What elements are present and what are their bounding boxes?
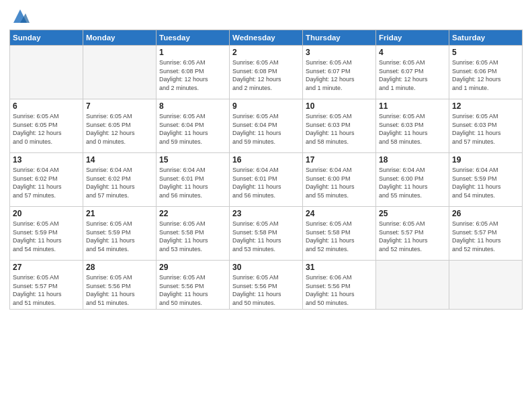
- calendar-cell: 26Sunrise: 6:05 AM Sunset: 5:57 PM Dayli…: [449, 207, 523, 261]
- day-info: Sunrise: 6:06 AM Sunset: 5:56 PM Dayligh…: [306, 273, 373, 307]
- calendar-cell: 23Sunrise: 6:05 AM Sunset: 5:58 PM Dayli…: [230, 207, 303, 261]
- day-info: Sunrise: 6:05 AM Sunset: 6:07 PM Dayligh…: [306, 58, 373, 92]
- day-number: 17: [306, 155, 373, 165]
- calendar-cell: 16Sunrise: 6:04 AM Sunset: 6:01 PM Dayli…: [230, 153, 303, 207]
- day-info: Sunrise: 6:05 AM Sunset: 6:04 PM Dayligh…: [232, 112, 300, 146]
- day-number: 30: [232, 263, 300, 272]
- day-info: Sunrise: 6:04 AM Sunset: 6:02 PM Dayligh…: [13, 166, 80, 199]
- day-info: Sunrise: 6:05 AM Sunset: 6:05 PM Dayligh…: [86, 112, 153, 146]
- day-info: Sunrise: 6:05 AM Sunset: 5:57 PM Dayligh…: [13, 273, 80, 307]
- calendar-cell: [449, 261, 523, 310]
- header-day-thursday: Thursday: [303, 30, 376, 46]
- day-number: 1: [159, 48, 226, 57]
- calendar-cell: 29Sunrise: 6:05 AM Sunset: 5:56 PM Dayli…: [157, 261, 230, 310]
- day-info: Sunrise: 6:05 AM Sunset: 5:56 PM Dayligh…: [159, 273, 226, 307]
- calendar-cell: 27Sunrise: 6:05 AM Sunset: 5:57 PM Dayli…: [10, 261, 83, 310]
- header-day-sunday: Sunday: [10, 30, 83, 46]
- logo-icon: [11, 7, 30, 26]
- day-number: 3: [306, 48, 373, 57]
- calendar-cell: [10, 46, 83, 99]
- calendar-cell: 11Sunrise: 6:05 AM Sunset: 6:03 PM Dayli…: [376, 99, 449, 153]
- header-row: SundayMondayTuesdayWednesdayThursdayFrid…: [10, 30, 523, 46]
- week-row-1: 1Sunrise: 6:05 AM Sunset: 6:08 PM Daylig…: [10, 46, 523, 99]
- day-number: 5: [452, 48, 519, 57]
- week-row-2: 6Sunrise: 6:05 AM Sunset: 6:05 PM Daylig…: [10, 99, 523, 153]
- logo: [9, 7, 30, 26]
- day-number: 8: [159, 101, 226, 111]
- calendar-cell: 19Sunrise: 6:04 AM Sunset: 5:59 PM Dayli…: [449, 153, 523, 207]
- calendar-cell: 7Sunrise: 6:05 AM Sunset: 6:05 PM Daylig…: [83, 99, 157, 153]
- calendar-cell: 18Sunrise: 6:04 AM Sunset: 6:00 PM Dayli…: [376, 153, 449, 207]
- header-day-tuesday: Tuesday: [157, 30, 230, 46]
- calendar-cell: 3Sunrise: 6:05 AM Sunset: 6:07 PM Daylig…: [303, 46, 376, 99]
- day-number: 22: [159, 209, 226, 218]
- calendar-cell: 6Sunrise: 6:05 AM Sunset: 6:05 PM Daylig…: [10, 99, 83, 153]
- day-info: Sunrise: 6:04 AM Sunset: 6:00 PM Dayligh…: [379, 166, 446, 199]
- week-row-4: 20Sunrise: 6:05 AM Sunset: 5:59 PM Dayli…: [10, 207, 523, 261]
- day-info: Sunrise: 6:04 AM Sunset: 6:01 PM Dayligh…: [232, 166, 300, 199]
- calendar-cell: 14Sunrise: 6:04 AM Sunset: 6:02 PM Dayli…: [83, 153, 157, 207]
- calendar-cell: 1Sunrise: 6:05 AM Sunset: 6:08 PM Daylig…: [157, 46, 230, 99]
- day-number: 29: [159, 263, 226, 272]
- calendar-cell: 4Sunrise: 6:05 AM Sunset: 6:07 PM Daylig…: [376, 46, 449, 99]
- day-number: 21: [86, 209, 153, 218]
- day-number: 7: [86, 101, 153, 111]
- header-day-friday: Friday: [376, 30, 449, 46]
- day-info: Sunrise: 6:05 AM Sunset: 5:57 PM Dayligh…: [452, 220, 519, 253]
- day-info: Sunrise: 6:04 AM Sunset: 6:00 PM Dayligh…: [306, 166, 373, 199]
- calendar-table: SundayMondayTuesdayWednesdayThursdayFrid…: [9, 30, 523, 310]
- day-number: 15: [159, 155, 226, 165]
- day-info: Sunrise: 6:05 AM Sunset: 5:58 PM Dayligh…: [159, 220, 226, 253]
- day-info: Sunrise: 6:05 AM Sunset: 5:59 PM Dayligh…: [86, 220, 153, 253]
- day-number: 23: [232, 209, 300, 218]
- page: SundayMondayTuesdayWednesdayThursdayFrid…: [0, 0, 532, 411]
- calendar-cell: 9Sunrise: 6:05 AM Sunset: 6:04 PM Daylig…: [230, 99, 303, 153]
- calendar-cell: 17Sunrise: 6:04 AM Sunset: 6:00 PM Dayli…: [303, 153, 376, 207]
- day-info: Sunrise: 6:04 AM Sunset: 5:59 PM Dayligh…: [452, 166, 519, 199]
- header-day-wednesday: Wednesday: [230, 30, 303, 46]
- day-number: 26: [452, 209, 519, 218]
- day-info: Sunrise: 6:05 AM Sunset: 6:03 PM Dayligh…: [452, 112, 519, 146]
- day-number: 28: [86, 263, 153, 272]
- calendar-cell: 13Sunrise: 6:04 AM Sunset: 6:02 PM Dayli…: [10, 153, 83, 207]
- day-info: Sunrise: 6:04 AM Sunset: 6:01 PM Dayligh…: [159, 166, 226, 199]
- day-number: 6: [13, 101, 80, 111]
- day-number: 16: [232, 155, 300, 165]
- calendar-cell: 21Sunrise: 6:05 AM Sunset: 5:59 PM Dayli…: [83, 207, 157, 261]
- calendar-cell: 10Sunrise: 6:05 AM Sunset: 6:03 PM Dayli…: [303, 99, 376, 153]
- day-number: 14: [86, 155, 153, 165]
- day-info: Sunrise: 6:05 AM Sunset: 6:07 PM Dayligh…: [379, 58, 446, 92]
- calendar-cell: 22Sunrise: 6:05 AM Sunset: 5:58 PM Dayli…: [157, 207, 230, 261]
- calendar-cell: 24Sunrise: 6:05 AM Sunset: 5:58 PM Dayli…: [303, 207, 376, 261]
- day-number: 25: [379, 209, 446, 218]
- day-info: Sunrise: 6:05 AM Sunset: 5:57 PM Dayligh…: [379, 220, 446, 253]
- calendar-cell: 30Sunrise: 6:05 AM Sunset: 5:56 PM Dayli…: [230, 261, 303, 310]
- calendar-cell: 2Sunrise: 6:05 AM Sunset: 6:08 PM Daylig…: [230, 46, 303, 99]
- day-info: Sunrise: 6:05 AM Sunset: 5:58 PM Dayligh…: [306, 220, 373, 253]
- day-info: Sunrise: 6:04 AM Sunset: 6:02 PM Dayligh…: [86, 166, 153, 199]
- day-info: Sunrise: 6:05 AM Sunset: 6:04 PM Dayligh…: [159, 112, 226, 146]
- week-row-3: 13Sunrise: 6:04 AM Sunset: 6:02 PM Dayli…: [10, 153, 523, 207]
- day-number: 24: [306, 209, 373, 218]
- day-number: 2: [232, 48, 300, 57]
- calendar-cell: 8Sunrise: 6:05 AM Sunset: 6:04 PM Daylig…: [157, 99, 230, 153]
- calendar-cell: 20Sunrise: 6:05 AM Sunset: 5:59 PM Dayli…: [10, 207, 83, 261]
- day-info: Sunrise: 6:05 AM Sunset: 6:03 PM Dayligh…: [306, 112, 373, 146]
- header-day-monday: Monday: [83, 30, 157, 46]
- week-row-5: 27Sunrise: 6:05 AM Sunset: 5:57 PM Dayli…: [10, 261, 523, 310]
- calendar-cell: 28Sunrise: 6:05 AM Sunset: 5:56 PM Dayli…: [83, 261, 157, 310]
- day-info: Sunrise: 6:05 AM Sunset: 5:59 PM Dayligh…: [13, 220, 80, 253]
- day-number: 18: [379, 155, 446, 165]
- day-number: 10: [306, 101, 373, 111]
- day-number: 31: [306, 263, 373, 272]
- calendar-cell: [83, 46, 157, 99]
- day-info: Sunrise: 6:05 AM Sunset: 5:56 PM Dayligh…: [86, 273, 153, 307]
- header: [9, 7, 523, 26]
- day-number: 19: [452, 155, 519, 165]
- day-info: Sunrise: 6:05 AM Sunset: 6:08 PM Dayligh…: [232, 58, 300, 92]
- day-info: Sunrise: 6:05 AM Sunset: 5:56 PM Dayligh…: [232, 273, 300, 307]
- calendar-cell: 31Sunrise: 6:06 AM Sunset: 5:56 PM Dayli…: [303, 261, 376, 310]
- day-number: 20: [13, 209, 80, 218]
- calendar-cell: [376, 261, 449, 310]
- calendar-cell: 15Sunrise: 6:04 AM Sunset: 6:01 PM Dayli…: [157, 153, 230, 207]
